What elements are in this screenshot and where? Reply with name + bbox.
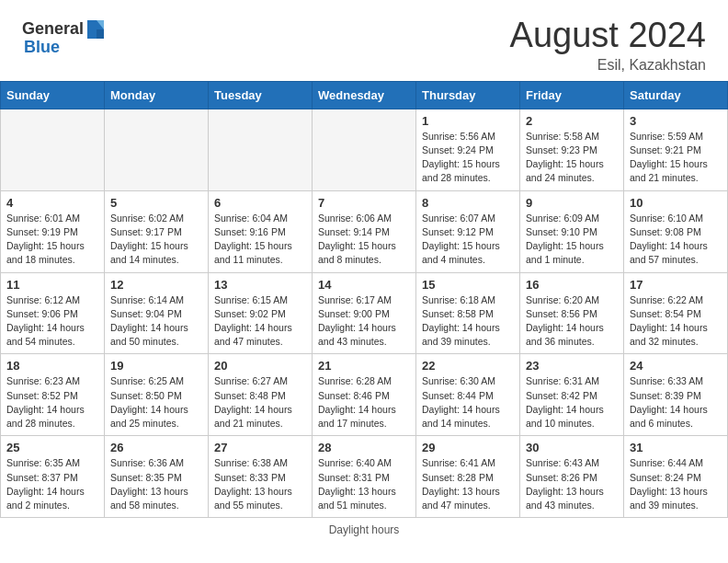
- logo-icon: [85, 17, 106, 42]
- calendar-day-16: 16Sunrise: 6:20 AM Sunset: 8:56 PM Dayli…: [520, 272, 624, 354]
- day-number: 10: [630, 196, 722, 210]
- day-info: Sunrise: 6:04 AM Sunset: 9:16 PM Dayligh…: [214, 212, 306, 268]
- calendar-day-11: 11Sunrise: 6:12 AM Sunset: 9:06 PM Dayli…: [1, 272, 105, 354]
- calendar-day-26: 26Sunrise: 6:36 AM Sunset: 8:35 PM Dayli…: [105, 436, 209, 518]
- calendar-day-17: 17Sunrise: 6:22 AM Sunset: 8:54 PM Dayli…: [624, 272, 728, 354]
- day-info: Sunrise: 6:31 AM Sunset: 8:42 PM Dayligh…: [526, 374, 618, 431]
- svg-marker-2: [97, 29, 104, 39]
- calendar-day-14: 14Sunrise: 6:17 AM Sunset: 9:00 PM Dayli…: [313, 272, 416, 354]
- calendar-day-6: 6Sunrise: 6:04 AM Sunset: 9:16 PM Daylig…: [209, 190, 313, 272]
- calendar-day-empty: [105, 109, 209, 190]
- calendar-week-row: 25Sunrise: 6:35 AM Sunset: 8:37 PM Dayli…: [1, 436, 728, 518]
- calendar-day-empty: [313, 109, 416, 190]
- calendar-header-wednesday: Wednesday: [313, 81, 416, 109]
- calendar-table: SundayMondayTuesdayWednesdayThursdayFrid…: [0, 81, 728, 518]
- calendar-day-12: 12Sunrise: 6:14 AM Sunset: 9:04 PM Dayli…: [105, 272, 209, 354]
- day-info: Sunrise: 6:22 AM Sunset: 8:54 PM Dayligh…: [630, 293, 722, 350]
- calendar-day-22: 22Sunrise: 6:30 AM Sunset: 8:44 PM Dayli…: [416, 354, 520, 436]
- day-number: 7: [318, 196, 410, 210]
- calendar-day-9: 9Sunrise: 6:09 AM Sunset: 9:10 PM Daylig…: [520, 190, 624, 272]
- day-number: 20: [214, 359, 306, 373]
- day-number: 18: [6, 359, 98, 373]
- calendar-day-4: 4Sunrise: 6:01 AM Sunset: 9:19 PM Daylig…: [1, 190, 105, 272]
- calendar-day-3: 3Sunrise: 5:59 AM Sunset: 9:21 PM Daylig…: [624, 109, 728, 190]
- calendar-day-2: 2Sunrise: 5:58 AM Sunset: 9:23 PM Daylig…: [520, 109, 624, 190]
- day-number: 22: [422, 359, 514, 373]
- day-info: Sunrise: 6:20 AM Sunset: 8:56 PM Dayligh…: [526, 293, 618, 350]
- calendar-header-sunday: Sunday: [1, 81, 105, 109]
- day-info: Sunrise: 6:27 AM Sunset: 8:48 PM Dayligh…: [214, 374, 306, 431]
- day-number: 1: [422, 114, 514, 128]
- month-year-title: August 2024: [510, 17, 706, 55]
- day-number: 15: [422, 278, 514, 292]
- day-info: Sunrise: 5:58 AM Sunset: 9:23 PM Dayligh…: [526, 130, 618, 186]
- day-number: 8: [422, 196, 514, 210]
- calendar-day-30: 30Sunrise: 6:43 AM Sunset: 8:26 PM Dayli…: [520, 436, 624, 518]
- day-number: 5: [110, 196, 202, 210]
- day-number: 19: [110, 359, 202, 373]
- calendar-day-8: 8Sunrise: 6:07 AM Sunset: 9:12 PM Daylig…: [416, 190, 520, 272]
- calendar-header-friday: Friday: [520, 81, 624, 109]
- day-info: Sunrise: 6:30 AM Sunset: 8:44 PM Dayligh…: [422, 374, 514, 431]
- calendar-day-23: 23Sunrise: 6:31 AM Sunset: 8:42 PM Dayli…: [520, 354, 624, 436]
- calendar-day-25: 25Sunrise: 6:35 AM Sunset: 8:37 PM Dayli…: [1, 436, 105, 518]
- calendar-day-31: 31Sunrise: 6:44 AM Sunset: 8:24 PM Dayli…: [624, 436, 728, 518]
- day-info: Sunrise: 6:18 AM Sunset: 8:58 PM Dayligh…: [422, 293, 514, 350]
- calendar-header-row: SundayMondayTuesdayWednesdayThursdayFrid…: [1, 81, 728, 109]
- day-info: Sunrise: 6:15 AM Sunset: 9:02 PM Dayligh…: [214, 293, 306, 350]
- day-info: Sunrise: 6:07 AM Sunset: 9:12 PM Dayligh…: [422, 212, 514, 268]
- calendar-week-row: 11Sunrise: 6:12 AM Sunset: 9:06 PM Dayli…: [1, 272, 728, 354]
- day-number: 25: [6, 441, 98, 454]
- calendar-header-tuesday: Tuesday: [209, 81, 313, 109]
- day-info: Sunrise: 6:14 AM Sunset: 9:04 PM Dayligh…: [110, 293, 202, 350]
- calendar-day-28: 28Sunrise: 6:40 AM Sunset: 8:31 PM Dayli…: [313, 436, 416, 518]
- day-info: Sunrise: 5:56 AM Sunset: 9:24 PM Dayligh…: [422, 130, 514, 186]
- day-number: 17: [630, 278, 722, 292]
- day-number: 14: [318, 278, 410, 292]
- day-number: 2: [526, 114, 618, 128]
- day-number: 23: [526, 359, 618, 373]
- calendar-week-row: 4Sunrise: 6:01 AM Sunset: 9:19 PM Daylig…: [1, 190, 728, 272]
- day-info: Sunrise: 6:40 AM Sunset: 8:31 PM Dayligh…: [318, 456, 410, 512]
- calendar-day-7: 7Sunrise: 6:06 AM Sunset: 9:14 PM Daylig…: [313, 190, 416, 272]
- day-number: 24: [630, 359, 722, 373]
- calendar-header-saturday: Saturday: [624, 81, 728, 109]
- day-number: 12: [110, 278, 202, 292]
- calendar-day-5: 5Sunrise: 6:02 AM Sunset: 9:17 PM Daylig…: [105, 190, 209, 272]
- day-number: 13: [214, 278, 306, 292]
- calendar-day-empty: [209, 109, 313, 190]
- day-number: 4: [6, 196, 98, 210]
- day-number: 16: [526, 278, 618, 292]
- day-info: Sunrise: 6:12 AM Sunset: 9:06 PM Dayligh…: [6, 293, 98, 350]
- day-info: Sunrise: 6:02 AM Sunset: 9:17 PM Dayligh…: [110, 212, 202, 268]
- day-info: Sunrise: 6:23 AM Sunset: 8:52 PM Dayligh…: [6, 374, 98, 431]
- logo: General Blue: [22, 17, 106, 57]
- calendar-week-row: 18Sunrise: 6:23 AM Sunset: 8:52 PM Dayli…: [1, 354, 728, 436]
- day-number: 31: [630, 441, 722, 454]
- day-info: Sunrise: 6:17 AM Sunset: 9:00 PM Dayligh…: [318, 293, 410, 350]
- day-info: Sunrise: 6:10 AM Sunset: 9:08 PM Dayligh…: [630, 212, 722, 268]
- calendar-day-24: 24Sunrise: 6:33 AM Sunset: 8:39 PM Dayli…: [624, 354, 728, 436]
- logo-blue-text: Blue: [24, 39, 60, 57]
- day-info: Sunrise: 6:28 AM Sunset: 8:46 PM Dayligh…: [318, 374, 410, 431]
- calendar-week-row: 1Sunrise: 5:56 AM Sunset: 9:24 PM Daylig…: [1, 109, 728, 190]
- footer-note: Daylight hours: [0, 518, 728, 540]
- day-number: 30: [526, 441, 618, 454]
- calendar-day-18: 18Sunrise: 6:23 AM Sunset: 8:52 PM Dayli…: [1, 354, 105, 436]
- day-number: 27: [214, 441, 306, 454]
- calendar-day-21: 21Sunrise: 6:28 AM Sunset: 8:46 PM Dayli…: [313, 354, 416, 436]
- day-info: Sunrise: 6:25 AM Sunset: 8:50 PM Dayligh…: [110, 374, 202, 431]
- day-number: 21: [318, 359, 410, 373]
- calendar-header-thursday: Thursday: [416, 81, 520, 109]
- header: General Blue August 2024 Esil, Kazakhsta…: [0, 0, 728, 81]
- day-number: 6: [214, 196, 306, 210]
- calendar-day-29: 29Sunrise: 6:41 AM Sunset: 8:28 PM Dayli…: [416, 436, 520, 518]
- day-info: Sunrise: 6:33 AM Sunset: 8:39 PM Dayligh…: [630, 374, 722, 431]
- day-info: Sunrise: 6:01 AM Sunset: 9:19 PM Dayligh…: [6, 212, 98, 268]
- calendar-day-13: 13Sunrise: 6:15 AM Sunset: 9:02 PM Dayli…: [209, 272, 313, 354]
- day-info: Sunrise: 6:41 AM Sunset: 8:28 PM Dayligh…: [422, 456, 514, 512]
- calendar-day-10: 10Sunrise: 6:10 AM Sunset: 9:08 PM Dayli…: [624, 190, 728, 272]
- day-number: 29: [422, 441, 514, 454]
- day-info: Sunrise: 5:59 AM Sunset: 9:21 PM Dayligh…: [630, 130, 722, 186]
- calendar-day-27: 27Sunrise: 6:38 AM Sunset: 8:33 PM Dayli…: [209, 436, 313, 518]
